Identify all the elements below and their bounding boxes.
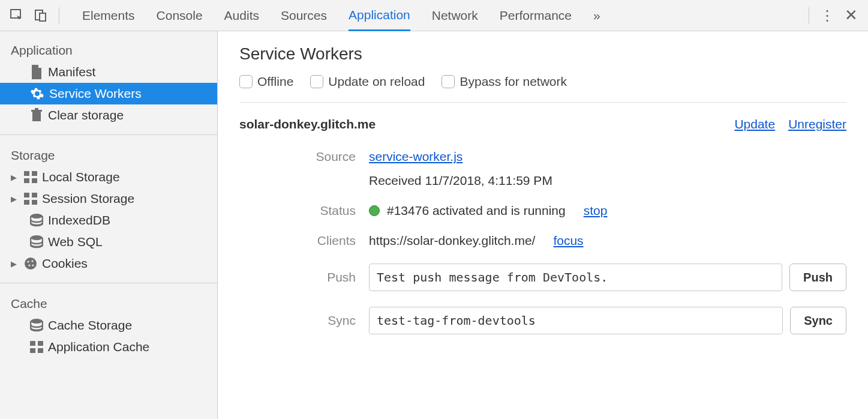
sidebar-item-label: Manifest	[48, 65, 95, 79]
sw-received: Received 11/7/2018, 4:11:59 PM	[369, 173, 552, 188]
checkbox-label: Offline	[257, 74, 293, 88]
svg-point-13	[25, 258, 37, 270]
tab-audits[interactable]: Audits	[224, 0, 259, 31]
svg-rect-7	[24, 193, 29, 197]
svg-point-12	[31, 235, 43, 240]
sidebar-item-label: Service Workers	[49, 86, 142, 101]
sidebar-item-label: Clear storage	[48, 108, 124, 122]
grid-icon	[24, 193, 37, 205]
tab-performance[interactable]: Performance	[500, 0, 572, 31]
sync-button[interactable]: Sync	[790, 307, 846, 334]
status-label: Status	[239, 203, 369, 218]
unregister-link[interactable]: Unregister	[788, 117, 846, 131]
svg-point-15	[32, 261, 34, 262]
sidebar-item-session-storage[interactable]: ▶ Session Storage	[0, 188, 217, 210]
sidebar-item-label: Application Cache	[48, 340, 149, 354]
status-dot-icon	[369, 205, 380, 216]
sync-label: Sync	[239, 313, 369, 328]
service-workers-panel: Service Workers Offline Update on reload…	[218, 31, 868, 419]
focus-link[interactable]: focus	[553, 234, 583, 248]
sidebar-group-storage: Storage	[0, 143, 217, 166]
device-toggle-icon[interactable]	[29, 4, 53, 28]
sidebar-item-label: Local Storage	[42, 170, 120, 184]
svg-rect-10	[32, 200, 37, 205]
sw-origin: solar-donkey.glitch.me	[239, 117, 734, 131]
application-sidebar: Application Manifest Service Workers Cle…	[0, 31, 218, 419]
sidebar-item-label: Cache Storage	[48, 318, 132, 333]
push-label: Push	[239, 270, 369, 285]
svg-rect-6	[32, 178, 37, 183]
svg-rect-22	[38, 348, 43, 353]
svg-point-16	[29, 265, 31, 267]
grid-icon	[24, 171, 37, 183]
sw-source-link[interactable]: service-worker.js	[369, 149, 462, 164]
svg-rect-19	[30, 341, 35, 346]
sidebar-item-application-cache[interactable]: Application Cache	[0, 336, 217, 358]
svg-rect-3	[24, 171, 29, 176]
bypass-checkbox[interactable]: Bypass for network	[441, 74, 567, 89]
divider	[809, 7, 809, 24]
kebab-menu-icon[interactable]: ⋮	[815, 4, 839, 28]
database-icon	[30, 319, 43, 332]
svg-point-17	[32, 265, 34, 267]
tab-elements[interactable]: Elements	[82, 0, 135, 31]
tab-more[interactable]: »	[593, 0, 600, 31]
svg-point-14	[28, 261, 29, 263]
sidebar-item-local-storage[interactable]: ▶ Local Storage	[0, 166, 217, 188]
svg-rect-2	[40, 13, 46, 21]
cookie-icon	[24, 257, 37, 270]
panel-title: Service Workers	[239, 44, 846, 64]
source-label: Source	[239, 149, 369, 164]
update-on-reload-checkbox[interactable]: Update on reload	[310, 74, 425, 89]
sync-input[interactable]	[369, 307, 783, 334]
push-input[interactable]	[369, 264, 782, 291]
gear-icon	[30, 86, 44, 101]
tab-sources[interactable]: Sources	[281, 0, 327, 31]
sidebar-item-label: IndexedDB	[48, 213, 110, 228]
grid-icon	[30, 341, 43, 353]
checkbox-label: Update on reload	[328, 74, 425, 88]
clients-label: Clients	[239, 234, 369, 248]
sidebar-item-cache-storage[interactable]: Cache Storage	[0, 315, 217, 336]
push-button[interactable]: Push	[789, 264, 846, 291]
client-url: https://solar-donkey.glitch.me/	[369, 234, 535, 248]
tab-network[interactable]: Network	[432, 0, 478, 31]
sidebar-item-clear-storage[interactable]: Clear storage	[0, 104, 217, 126]
svg-rect-21	[30, 348, 35, 353]
sidebar-item-web-sql[interactable]: Web SQL	[0, 231, 217, 253]
inspect-element-icon[interactable]	[5, 4, 29, 28]
stop-link[interactable]: stop	[584, 203, 608, 218]
svg-rect-8	[32, 193, 37, 197]
svg-rect-5	[24, 178, 29, 183]
sidebar-item-indexeddb[interactable]: IndexedDB	[0, 210, 217, 231]
sidebar-item-label: Cookies	[42, 256, 88, 271]
database-icon	[30, 235, 43, 249]
sidebar-item-label: Session Storage	[42, 191, 134, 206]
database-icon	[30, 214, 43, 227]
divider	[59, 7, 59, 24]
sidebar-group-application: Application	[0, 38, 217, 61]
update-link[interactable]: Update	[734, 117, 775, 131]
devtools-tabbar: Elements Console Audits Sources Applicat…	[0, 0, 868, 31]
tab-application[interactable]: Application	[349, 1, 410, 31]
chevron-right-icon: ▶	[11, 173, 19, 182]
sidebar-item-cookies[interactable]: ▶ Cookies	[0, 253, 217, 274]
svg-rect-20	[38, 341, 43, 346]
file-icon	[30, 65, 43, 79]
chevron-right-icon: ▶	[11, 194, 19, 203]
svg-point-18	[31, 319, 43, 324]
sidebar-item-service-workers[interactable]: Service Workers	[0, 83, 217, 104]
sidebar-item-label: Web SQL	[48, 235, 103, 249]
trash-icon	[30, 108, 43, 122]
svg-point-11	[31, 214, 43, 219]
sidebar-item-manifest[interactable]: Manifest	[0, 61, 217, 83]
chevron-right-icon: ▶	[11, 259, 19, 268]
sidebar-group-cache: Cache	[0, 292, 217, 315]
checkbox-label: Bypass for network	[459, 74, 567, 88]
tab-console[interactable]: Console	[157, 0, 203, 31]
offline-checkbox[interactable]: Offline	[239, 74, 293, 89]
close-icon[interactable]: ✕	[839, 4, 863, 28]
sw-options-row: Offline Update on reload Bypass for netw…	[239, 74, 846, 103]
svg-rect-4	[32, 171, 37, 176]
sw-status-text: #13476 activated and is running	[387, 203, 566, 218]
